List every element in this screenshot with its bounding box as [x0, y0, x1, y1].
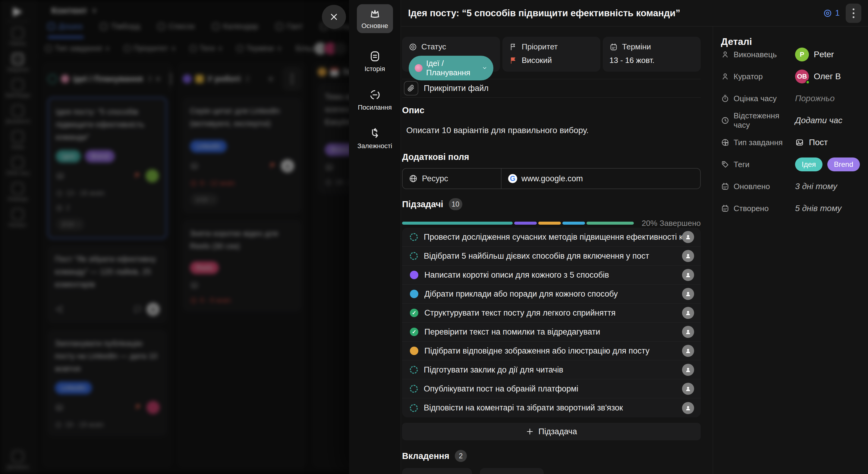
custom-field-resource: Ресурс G www.google.com — [402, 168, 701, 189]
attachment-cards — [402, 468, 701, 474]
field-card-priority: Пріоритет Високий — [502, 37, 600, 72]
person-icon — [684, 290, 692, 298]
subtask-row[interactable]: Відібрати 5 найбільш дієвих способів для… — [402, 247, 701, 266]
subtask-status-icon[interactable] — [410, 347, 418, 355]
resource-value-cell[interactable]: G www.google.com — [501, 169, 700, 189]
details-panel: Деталі Виконавець P Peter Куратор ОВ Оле… — [713, 27, 868, 474]
subtask-list: Провести дослідження сучасних методів пі… — [402, 228, 701, 417]
person-icon — [684, 385, 692, 393]
assignee-avatar-button[interactable] — [682, 345, 694, 357]
add-time-link[interactable]: Додати час — [795, 116, 842, 125]
description-heading: Опис — [402, 105, 701, 115]
subtask-status-icon[interactable] — [410, 366, 418, 374]
modal-header: Ідея посту: “5 способів підвищити ефекти… — [401, 0, 868, 27]
modal-backdrop[interactable] — [0, 0, 349, 474]
status-target-icon — [409, 43, 417, 51]
calendar-icon — [610, 43, 618, 51]
subtask-row[interactable]: Опублікувати пост на обраній платформі — [402, 379, 701, 398]
subtask-row[interactable]: Підібрати відповідне зображення або ілюс… — [402, 341, 701, 361]
globe-icon — [409, 174, 418, 183]
assignee-avatar-button[interactable] — [682, 326, 694, 338]
task-menu-button[interactable] — [846, 4, 861, 23]
modal-nav-dependencies[interactable]: Залежності — [358, 127, 392, 150]
field-card-status: Статус Ідеї / Планування — [402, 37, 500, 72]
assignee-avatar-button[interactable] — [682, 364, 694, 376]
dates-select[interactable]: 13 - 16 жовт. — [610, 56, 694, 65]
progress-bar — [402, 222, 634, 225]
subtask-status-icon[interactable] — [410, 290, 418, 298]
curator-value[interactable]: ОВ Олег В — [795, 70, 841, 83]
add-subtask-button[interactable]: Підзадача — [402, 423, 701, 440]
progress-segment — [402, 222, 513, 225]
subtask-status-icon[interactable] — [410, 328, 418, 336]
detail-row-updated: Оновлено 3 дні тому — [721, 179, 861, 194]
subtask-status-icon[interactable] — [410, 271, 418, 279]
person-icon — [684, 271, 692, 278]
created-value: 5 днів тому — [795, 204, 841, 213]
task-detail-modal: Основне Історія Посилання Залежності Іде… — [349, 0, 868, 474]
status-select[interactable]: Ідеї / Планування — [409, 56, 493, 80]
subtasks-count-badge: 10 — [449, 198, 463, 210]
assignee-avatar-button[interactable] — [682, 307, 694, 319]
modal-nav-main[interactable]: Основне — [357, 4, 393, 33]
close-modal-button[interactable] — [322, 5, 346, 29]
assignee-avatar-button[interactable] — [682, 402, 694, 414]
watcher-eye-icon — [823, 9, 832, 18]
field-card-dates: Терміни 13 - 16 жовт. — [603, 37, 701, 72]
attachments-heading: Вкладення — [402, 451, 450, 461]
assignee-avatar-button[interactable] — [682, 231, 694, 243]
subtask-status-icon[interactable] — [410, 252, 418, 260]
person-icon — [684, 347, 692, 354]
subtask-row[interactable]: Перевірити текст на помилки та відредагу… — [402, 323, 701, 341]
subtask-row[interactable]: Підготувати заклик до дії для читачів — [402, 361, 701, 379]
assignee-avatar-button[interactable] — [682, 269, 694, 281]
attachment-card[interactable] — [480, 468, 544, 474]
subtask-row[interactable]: Дібрати приклади або поради для кожного … — [402, 284, 701, 304]
details-heading: Деталі — [721, 36, 861, 47]
attachment-card[interactable] — [402, 468, 472, 474]
watchers-indicator[interactable]: 1 — [823, 8, 840, 18]
assignee-avatar-button[interactable] — [682, 383, 694, 395]
subtask-status-icon[interactable] — [410, 385, 418, 393]
crown-icon — [369, 7, 381, 20]
resource-label-cell[interactable]: Ресурс — [403, 169, 501, 189]
tag-badge[interactable]: Ідея — [795, 158, 823, 171]
assignee-value[interactable]: P Peter — [795, 47, 834, 61]
modal-nav-history[interactable]: Історія — [364, 50, 385, 73]
google-favicon: G — [508, 174, 517, 183]
description-text[interactable]: Описати 10 варіантів для правильного виб… — [406, 126, 701, 135]
attach-file-button[interactable]: Прикріпити файл — [402, 79, 701, 98]
detail-row-curator: Куратор ОВ Олег В — [721, 69, 861, 84]
close-icon — [329, 12, 339, 22]
priority-flag-icon — [509, 56, 518, 65]
person-icon — [684, 366, 692, 373]
priority-select[interactable]: Високий — [509, 56, 594, 65]
estimate-value[interactable]: Порожньо — [795, 94, 835, 103]
task-type-grid-icon — [721, 138, 730, 147]
subtask-row[interactable]: Написати короткі описи для кожного з 5 с… — [402, 266, 701, 284]
detail-row-assignee: Виконавець P Peter — [721, 47, 861, 62]
detail-row-tracking: Відстеження часу Додати час — [721, 113, 861, 128]
chevron-down-icon — [482, 65, 487, 71]
tag-badge[interactable]: Brend — [827, 158, 860, 171]
subtask-status-icon[interactable] — [410, 404, 418, 412]
history-icon — [369, 50, 381, 63]
modal-nav-links[interactable]: Посилання — [358, 89, 392, 111]
dependencies-icon — [368, 127, 381, 140]
task-type-value[interactable]: Пост — [795, 138, 828, 147]
progress-segment — [562, 222, 585, 225]
subtask-row[interactable]: Відповісти на коментарі та зібрати зворо… — [402, 398, 701, 417]
calendar-icon — [721, 182, 730, 191]
person-icon — [684, 328, 692, 336]
person-icon — [684, 309, 692, 316]
subtask-status-icon[interactable] — [410, 309, 418, 317]
assignee-avatar-button[interactable] — [682, 250, 694, 262]
modal-nav-rail: Основне Історія Посилання Залежності — [349, 0, 401, 474]
subtask-row[interactable]: Структурувати текст посту для легкого сп… — [402, 304, 701, 323]
person-outline-icon — [721, 72, 730, 81]
task-main-content: Статус Ідеї / Планування Пріоритет — [401, 27, 713, 474]
subtask-row[interactable]: Провести дослідження сучасних методів пі… — [402, 228, 701, 247]
detail-row-tags: Теги Ідея Brend — [721, 157, 861, 172]
subtask-status-icon[interactable] — [410, 233, 418, 241]
assignee-avatar-button[interactable] — [682, 288, 694, 300]
